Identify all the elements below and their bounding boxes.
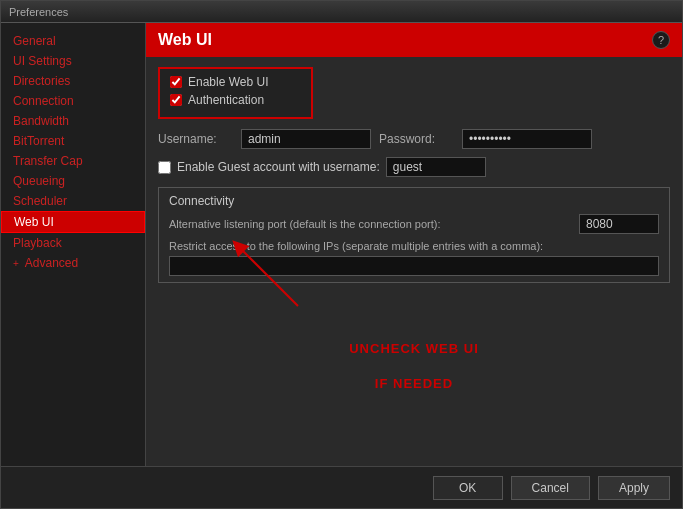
username-input[interactable] (241, 129, 371, 149)
help-button[interactable]: ? (652, 31, 670, 49)
sidebar-item-ui-settings[interactable]: UI Settings (1, 51, 145, 71)
sidebar-item-bandwidth[interactable]: Bandwidth (1, 111, 145, 131)
guest-input[interactable] (386, 157, 486, 177)
ok-button[interactable]: OK (433, 476, 503, 500)
username-label: Username: (158, 132, 233, 146)
username-row: Username: Password: (158, 129, 670, 149)
annotation-text-area: UNCHECK WEB UI IF NEEDED (158, 291, 670, 391)
guest-label: Enable Guest account with username: (177, 160, 380, 174)
password-input[interactable] (462, 129, 592, 149)
apply-button[interactable]: Apply (598, 476, 670, 500)
credentials-section: Username: Password: (158, 129, 670, 149)
sidebar: General UI Settings Directories Connecti… (1, 23, 146, 466)
sidebar-item-queueing[interactable]: Queueing (1, 171, 145, 191)
sidebar-item-directories[interactable]: Directories (1, 71, 145, 91)
bottom-bar: OK Cancel Apply (1, 466, 682, 508)
title-bar: Preferences (1, 1, 682, 23)
password-label: Password: (379, 132, 454, 146)
alt-port-row: Alternative listening port (default is t… (169, 214, 659, 234)
content-area: General UI Settings Directories Connecti… (1, 23, 682, 466)
restrict-label: Restrict access to the following IPs (se… (169, 240, 659, 252)
enable-webui-box: Enable Web UI Authentication (158, 67, 313, 119)
main-panel: Web UI ? Enable Web UI Authentication (146, 23, 682, 466)
connectivity-section: Connectivity Alternative listening port … (158, 187, 670, 283)
title-bar-text: Preferences (9, 6, 68, 18)
sidebar-item-general[interactable]: General (1, 31, 145, 51)
authentication-label: Authentication (188, 93, 264, 107)
sidebar-item-scheduler[interactable]: Scheduler (1, 191, 145, 211)
authentication-checkbox[interactable] (170, 94, 182, 106)
guest-row: Enable Guest account with username: (158, 157, 670, 177)
sidebar-item-connection[interactable]: Connection (1, 91, 145, 111)
panel-header: Web UI ? (146, 23, 682, 57)
authentication-row: Authentication (170, 93, 301, 107)
enable-webui-row: Enable Web UI (170, 75, 301, 89)
plus-icon: + (13, 258, 19, 269)
panel-body: Enable Web UI Authentication Username: P… (146, 57, 682, 466)
cancel-button[interactable]: Cancel (511, 476, 590, 500)
sidebar-item-playback[interactable]: Playback (1, 233, 145, 253)
connectivity-title: Connectivity (169, 194, 659, 208)
sidebar-item-web-ui[interactable]: Web UI (1, 211, 145, 233)
sidebar-item-transfer-cap[interactable]: Transfer Cap (1, 151, 145, 171)
sidebar-item-advanced[interactable]: + Advanced (1, 253, 145, 273)
sidebar-item-bittorrent[interactable]: BitTorrent (1, 131, 145, 151)
preferences-window: Preferences General UI Settings Director… (0, 0, 683, 509)
annotation-text-2: IF NEEDED (158, 376, 670, 391)
panel-title: Web UI (158, 31, 212, 49)
alt-port-label: Alternative listening port (default is t… (169, 218, 571, 230)
annotation-area: UNCHECK WEB UI IF NEEDED (158, 291, 670, 401)
restrict-input[interactable] (169, 256, 659, 276)
annotation-text: UNCHECK WEB UI (158, 341, 670, 356)
guest-checkbox[interactable] (158, 161, 171, 174)
enable-webui-label: Enable Web UI (188, 75, 269, 89)
enable-webui-checkbox[interactable] (170, 76, 182, 88)
alt-port-input[interactable] (579, 214, 659, 234)
